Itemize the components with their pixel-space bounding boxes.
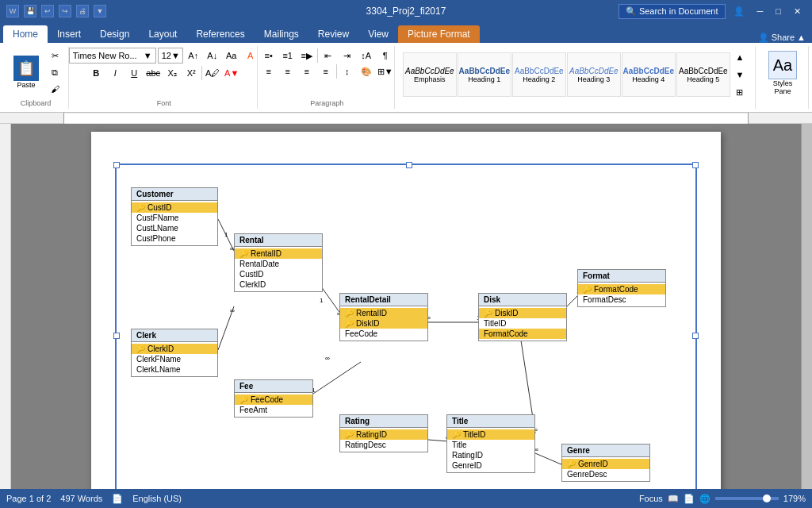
number-list-button[interactable]: ≡1 bbox=[279, 48, 297, 64]
minimize-btn[interactable]: ─ bbox=[753, 6, 768, 16]
style-heading1[interactable]: AaBbCcDdEe Heading 1 bbox=[458, 52, 511, 97]
paragraph-group: ≡• ≡1 ≡▶ ⇤ ⇥ ↕A ¶ ≡ ≡ ≡ ≡ ↕ 🎨 ⊞▼ Paragra… bbox=[259, 46, 394, 109]
font-grow-button[interactable]: A↑ bbox=[185, 48, 202, 64]
erd-table-rentaldetail[interactable]: RentalDetail 🔑RentalID 🔑DiskID FeeCode bbox=[339, 293, 428, 341]
share-btn[interactable]: 👤 Share ▲ bbox=[758, 33, 806, 43]
subscript-button[interactable]: X₂ bbox=[163, 65, 181, 81]
underline-button[interactable]: U bbox=[125, 65, 143, 81]
redo-icon[interactable]: ↪ bbox=[59, 5, 71, 17]
page-count-icon[interactable]: 📄 bbox=[112, 494, 123, 504]
justify-button[interactable]: ≡ bbox=[317, 64, 335, 79]
copy-button[interactable]: ⧉ bbox=[46, 64, 63, 80]
print-layout-icon[interactable]: 📄 bbox=[684, 494, 695, 504]
disk-fields: 🔑DiskID TitleID FormatCode bbox=[479, 306, 566, 341]
strikethrough-button[interactable]: abc bbox=[144, 65, 162, 81]
cut-button[interactable]: ✂ bbox=[46, 48, 63, 64]
style-heading4[interactable]: AaBbCcDdEe Heading 4 bbox=[622, 52, 676, 97]
align-right-button[interactable]: ≡ bbox=[298, 64, 316, 79]
superscript-button[interactable]: X² bbox=[182, 65, 200, 81]
handle-tc[interactable] bbox=[406, 162, 412, 168]
handle-tl[interactable] bbox=[113, 162, 120, 168]
tab-view[interactable]: View bbox=[358, 25, 398, 43]
close-btn[interactable]: ✕ bbox=[789, 6, 806, 17]
erd-table-disk[interactable]: Disk 🔑DiskID TitleID FormatCode bbox=[478, 293, 567, 341]
document-scroll[interactable]: 1 ∞ 1 ∞ 1 ∞ ∞ 1 bbox=[11, 124, 801, 489]
vertical-scrollbar[interactable] bbox=[801, 124, 812, 489]
read-mode-icon[interactable]: 📖 bbox=[668, 494, 679, 504]
align-left-button[interactable]: ≡ bbox=[260, 64, 278, 79]
font-shrink-button[interactable]: A↓ bbox=[204, 48, 221, 64]
handle-tr[interactable] bbox=[692, 162, 699, 168]
erd-table-customer[interactable]: Customer 🔑CustID CustFName CustLName Cus… bbox=[131, 187, 218, 246]
style-heading5[interactable]: AaBbCcDdEe Heading 5 bbox=[676, 52, 730, 97]
bold-button[interactable]: B bbox=[87, 65, 105, 81]
fee-feeamt: FeeAmt bbox=[235, 405, 312, 415]
format-painter-button[interactable]: 🖌 bbox=[46, 81, 63, 97]
handle-mr[interactable] bbox=[692, 333, 699, 339]
border-button[interactable]: ⊞▼ bbox=[377, 64, 394, 79]
multilevel-list-button[interactable]: ≡▶ bbox=[298, 48, 316, 64]
sort-button[interactable]: ↕A bbox=[358, 48, 375, 64]
print-icon[interactable]: 🖨 bbox=[76, 5, 89, 17]
align-center-button[interactable]: ≡ bbox=[279, 64, 297, 79]
focus-btn[interactable]: Focus bbox=[639, 494, 663, 503]
tab-review[interactable]: Review bbox=[308, 25, 358, 43]
restore-btn[interactable]: □ bbox=[771, 6, 786, 16]
handle-ml[interactable] bbox=[113, 333, 120, 339]
key-icon-title: 🔑 bbox=[452, 431, 461, 439]
erd-table-format[interactable]: Format 🔑FormatCode FormatDesc bbox=[577, 269, 666, 307]
indent-decrease-button[interactable]: ⇤ bbox=[320, 48, 337, 64]
tab-references[interactable]: References bbox=[186, 25, 254, 43]
save-icon[interactable]: 💾 bbox=[24, 5, 36, 17]
font-size-chevron[interactable]: ▼ bbox=[171, 51, 180, 60]
text-effect-button[interactable]: A bbox=[242, 48, 259, 64]
shading-button[interactable]: 🎨 bbox=[358, 64, 375, 79]
erd-table-rating[interactable]: Rating 🔑RatingID RatingDesc bbox=[339, 414, 428, 452]
title-bar-right: 🔍 Search in Document 👤 ─ □ ✕ bbox=[619, 4, 806, 19]
tab-mailings[interactable]: Mailings bbox=[255, 25, 308, 43]
bullet-list-button[interactable]: ≡• bbox=[260, 48, 278, 64]
horizontal-ruler bbox=[0, 113, 812, 124]
tab-insert[interactable]: Insert bbox=[48, 25, 90, 43]
styles-up-button[interactable]: ▲ bbox=[731, 49, 749, 65]
show-hide-button[interactable]: ¶ bbox=[377, 48, 394, 64]
user-icon[interactable]: 👤 bbox=[729, 6, 749, 17]
zoom-slider[interactable] bbox=[715, 497, 779, 500]
styles-more-button[interactable]: ⊞ bbox=[731, 84, 749, 100]
erd-table-fee[interactable]: Fee 🔑FeeCode FeeAmt bbox=[234, 379, 313, 418]
erd-table-clerk[interactable]: Clerk 🔑ClerkID ClerkFName ClerkLName bbox=[131, 329, 218, 377]
font-name-chevron[interactable]: ▼ bbox=[144, 51, 152, 60]
undo-icon[interactable]: ↩ bbox=[41, 5, 54, 17]
erd-table-rental[interactable]: Rental 🔑RentalID RentalDate CustID Clerk… bbox=[234, 233, 323, 292]
style-h4-label: Heading 4 bbox=[632, 75, 665, 83]
paste-button[interactable]: 📋 Paste bbox=[8, 53, 44, 91]
tab-design[interactable]: Design bbox=[90, 25, 139, 43]
tab-home[interactable]: Home bbox=[3, 25, 48, 43]
styles-pane-button[interactable]: Aa bbox=[768, 51, 797, 79]
highlight-button[interactable]: A🖊 bbox=[204, 65, 221, 81]
style-heading2[interactable]: AaBbCcDdEe Heading 2 bbox=[512, 52, 566, 97]
font-name-selector[interactable]: Times New Ro... ▼ bbox=[69, 48, 156, 64]
genre-title: Genre bbox=[562, 444, 649, 457]
line-spacing-button[interactable]: ↕ bbox=[339, 64, 356, 79]
erd-table-title[interactable]: Title 🔑TitleID Title RatingID GenreID bbox=[446, 414, 535, 473]
styles-pane-group: Aa Styles Pane bbox=[757, 46, 809, 109]
clear-format-button[interactable]: Aa bbox=[223, 48, 240, 64]
font-size-selector[interactable]: 12 ▼ bbox=[158, 48, 183, 64]
style-heading3[interactable]: AaBbCcDdEe Heading 3 bbox=[567, 52, 621, 97]
vertical-ruler bbox=[0, 124, 11, 489]
italic-button[interactable]: I bbox=[106, 65, 124, 81]
more-icon[interactable]: ▼ bbox=[94, 5, 106, 17]
rating-title: Rating bbox=[340, 415, 427, 428]
styles-down-button[interactable]: ▼ bbox=[731, 67, 749, 83]
zoom-thumb[interactable] bbox=[763, 495, 771, 502]
indent-increase-button[interactable]: ⇥ bbox=[339, 48, 356, 64]
tab-picture-format[interactable]: Picture Format bbox=[398, 25, 480, 43]
style-emphasis[interactable]: AaBbCcDdEe Emphasis bbox=[403, 52, 457, 97]
font-color-button[interactable]: A▼ bbox=[223, 65, 240, 81]
search-box[interactable]: 🔍 Search in Document bbox=[619, 4, 726, 19]
disk-titleid: TitleID bbox=[479, 318, 566, 329]
web-view-icon[interactable]: 🌐 bbox=[699, 494, 710, 504]
tab-layout[interactable]: Layout bbox=[139, 25, 186, 43]
erd-table-genre[interactable]: Genre 🔑GenreID GenreDesc bbox=[561, 444, 650, 482]
